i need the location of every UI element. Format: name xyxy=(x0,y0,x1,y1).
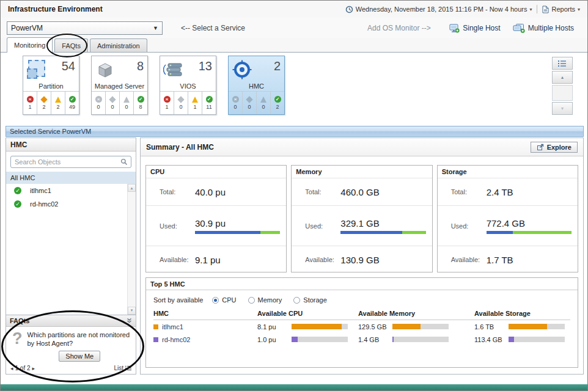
status-count: 0 xyxy=(111,104,114,110)
reports-icon xyxy=(542,5,549,13)
scrollbar-track[interactable] xyxy=(128,192,136,307)
status-warning[interactable]: 0 xyxy=(120,92,134,114)
memory-bar-fill xyxy=(392,324,421,329)
status-fatal[interactable]: ×0 xyxy=(92,92,106,114)
explore-button[interactable]: Explore xyxy=(531,142,578,153)
storage-bar xyxy=(509,324,565,329)
status-count: 1 xyxy=(193,104,196,110)
hmc-link[interactable]: itlhmc1 xyxy=(162,323,183,331)
metric-label: Total: xyxy=(451,188,487,196)
storage-bar-fill xyxy=(509,337,514,342)
total-row: Total: 40.0 pu xyxy=(146,178,286,205)
sidebar-item-itlhmc1[interactable]: ✓ itlhmc1 xyxy=(6,184,136,197)
status-fatal[interactable]: ×0 xyxy=(229,92,243,114)
metric-label: Total: xyxy=(305,188,340,196)
sidebar-item-rd-hmc02[interactable]: ✓ rd-hmc02 xyxy=(6,197,136,211)
available-value: 130.9 GB xyxy=(340,255,379,265)
time-range-icon xyxy=(345,5,353,13)
critical-icon xyxy=(177,96,184,103)
vios-icon xyxy=(163,59,184,80)
scroll-up-icon[interactable]: ▴ xyxy=(128,184,136,192)
metric-label: Used: xyxy=(305,222,340,230)
sidebar-item-all-hmc[interactable]: All HMC xyxy=(6,172,136,184)
single-host-button[interactable]: Single Host xyxy=(449,24,500,33)
tile-partition[interactable]: 54 Partition ×1 2 2 ✓49 xyxy=(23,56,79,115)
radio-button-icon[interactable] xyxy=(248,297,255,304)
pager-next-icon[interactable]: ▸ xyxy=(32,365,35,371)
tab-administration[interactable]: Administration xyxy=(90,38,147,52)
radio-cpu[interactable]: CPU xyxy=(212,296,236,304)
page-title: Infrastructure Environment xyxy=(8,5,103,13)
reports-menu[interactable]: Reports ▾ xyxy=(542,5,580,13)
tab-faqts[interactable]: FAQts xyxy=(54,38,88,52)
pager-prev-icon[interactable]: ◂ xyxy=(10,365,13,371)
tile-status-row: ×0 0 0 ✓8 xyxy=(92,91,147,114)
status-warning[interactable]: 0 xyxy=(257,92,271,114)
normal-status-icon: ✓ xyxy=(14,200,21,208)
scroll-down-icon[interactable]: ▾ xyxy=(128,307,136,315)
tile-list-icon xyxy=(558,60,567,67)
critical-icon xyxy=(40,96,47,103)
status-count: 0 xyxy=(179,104,182,110)
time-range-selector[interactable]: Wednesday, November 18, 2015 11:16 PM - … xyxy=(345,5,532,13)
search-row xyxy=(6,152,136,172)
header-actions: Wednesday, November 18, 2015 11:16 PM - … xyxy=(345,5,580,13)
tile-scroll-down-button[interactable]: ▾ xyxy=(552,102,573,115)
tile-vios[interactable]: 13 VIOS ×1 0 1 ✓11 xyxy=(160,56,216,115)
status-critical[interactable]: 2 xyxy=(37,92,51,114)
top5-title: Top 5 HMC xyxy=(146,278,578,290)
cpu-value: 1.0 pu xyxy=(257,336,292,343)
status-critical[interactable]: 0 xyxy=(106,92,120,114)
radio-button-icon[interactable] xyxy=(212,297,219,304)
tile-managed-server[interactable]: 8 Managed Server ×0 0 0 ✓8 xyxy=(91,56,148,115)
status-normal[interactable]: ✓49 xyxy=(65,92,79,114)
status-critical[interactable]: 0 xyxy=(174,92,188,114)
status-count: 11 xyxy=(206,104,211,110)
radio-storage[interactable]: Storage xyxy=(293,296,327,304)
search-input[interactable] xyxy=(11,158,120,166)
radio-memory[interactable]: Memory xyxy=(248,296,282,304)
tile-hmc[interactable]: 2 HMC ×0 0 0 ✓2 xyxy=(228,56,285,115)
multiple-hosts-button[interactable]: Multiple Hosts xyxy=(513,24,574,33)
tab-monitoring[interactable]: Monitoring xyxy=(7,37,53,53)
header-divider xyxy=(537,5,537,13)
tile-scroll-track[interactable] xyxy=(552,85,573,101)
usage-bar-fill xyxy=(487,231,513,234)
hmc-link[interactable]: rd-hmc02 xyxy=(162,336,190,343)
tile-options-button[interactable] xyxy=(552,57,573,70)
search-button[interactable] xyxy=(120,158,131,166)
status-normal[interactable]: ✓2 xyxy=(271,92,284,114)
status-count: 1 xyxy=(165,104,168,110)
status-fatal[interactable]: ×1 xyxy=(160,92,174,114)
status-fatal[interactable]: ×1 xyxy=(23,92,37,114)
status-count: 0 xyxy=(248,104,251,110)
show-me-button[interactable]: Show Me xyxy=(59,351,100,362)
column-header-available-cpu: Available CPU xyxy=(257,310,358,317)
header-bar: Infrastructure Environment Wednesday, No… xyxy=(1,1,587,18)
tile-scroll-up-button[interactable]: ▴ xyxy=(552,71,573,84)
status-warning[interactable]: 2 xyxy=(51,92,65,114)
faqts-list-toggle[interactable]: List xyxy=(114,365,131,371)
status-count: 49 xyxy=(69,104,75,110)
faqts-panel-header[interactable]: FAQts xyxy=(6,315,136,327)
normal-status-icon: ✓ xyxy=(14,187,21,194)
status-warning[interactable]: 1 xyxy=(188,92,202,114)
faqts-pager[interactable]: ◂ 1 of 2 ▸ xyxy=(10,365,35,371)
status-critical[interactable]: 0 xyxy=(243,92,257,114)
card-title: Memory xyxy=(292,166,432,178)
list-scrollbar[interactable]: ▴ ▾ xyxy=(127,184,136,315)
status-normal[interactable]: ✓11 xyxy=(202,92,216,114)
tab-bar: Monitoring FAQts Administration xyxy=(1,38,587,53)
metric-label: Used: xyxy=(451,222,487,230)
metric-label: Total: xyxy=(160,188,195,196)
collapse-chevron-icon[interactable] xyxy=(127,318,132,323)
critical-icon xyxy=(246,96,252,103)
tile-count: 8 xyxy=(137,59,144,73)
table-header-row: HMC Available CPU Available Memory Avail… xyxy=(153,310,570,320)
service-dropdown[interactable]: PowerVM ▼ xyxy=(7,21,163,35)
status-normal[interactable]: ✓8 xyxy=(134,92,147,114)
single-host-icon xyxy=(449,24,460,33)
radio-button-icon[interactable] xyxy=(293,297,300,304)
used-value: 30.9 pu xyxy=(195,218,280,228)
tile-status-row: ×1 2 2 ✓49 xyxy=(23,91,79,114)
